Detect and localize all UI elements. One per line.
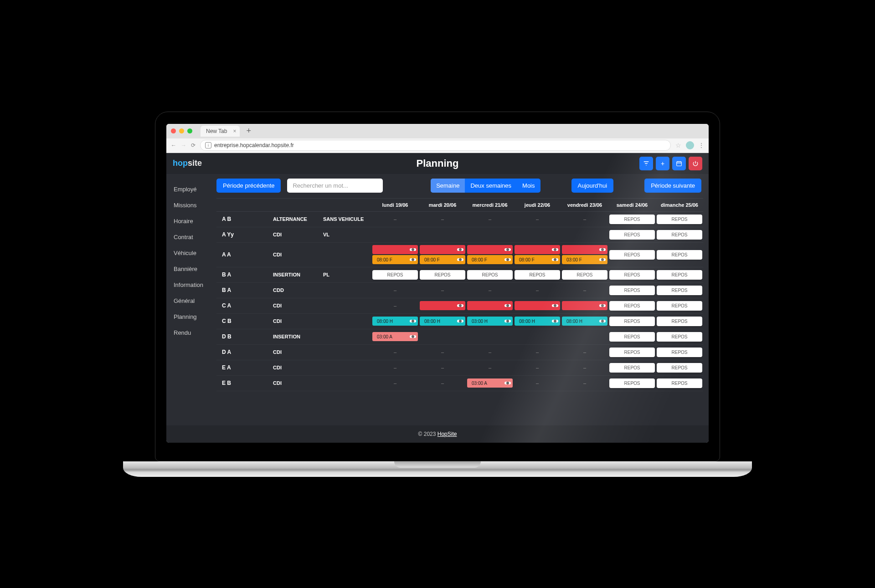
planning-cell[interactable]: REPOS	[656, 375, 703, 391]
planning-cell[interactable]: –	[514, 211, 561, 227]
planning-cell[interactable]	[514, 298, 561, 313]
back-icon[interactable]: ←	[171, 142, 176, 148]
planning-cell[interactable]: –	[419, 344, 466, 360]
planning-cell[interactable]: –	[419, 375, 466, 391]
sidebar-item[interactable]: Planning	[174, 309, 216, 325]
repos-badge[interactable]: REPOS	[657, 301, 702, 311]
planning-cell[interactable]: REPOS	[656, 227, 703, 242]
employee-name[interactable]: C A	[216, 298, 271, 313]
planning-cell[interactable]: –	[371, 282, 419, 298]
planning-cell[interactable]: REPOS	[656, 360, 703, 375]
planning-cell[interactable]: REPOS	[656, 211, 703, 227]
repos-badge[interactable]: REPOS	[657, 363, 702, 373]
planning-cell[interactable]: –	[561, 344, 608, 360]
employee-name[interactable]: B A	[216, 282, 271, 298]
shift-chip[interactable]: 08:00 H	[420, 317, 465, 326]
employee-name[interactable]: D B	[216, 329, 271, 344]
employee-name[interactable]: B A	[216, 267, 271, 282]
repos-badge[interactable]: REPOS	[609, 332, 655, 342]
repos-badge[interactable]: REPOS	[609, 270, 655, 280]
sidebar-item[interactable]: Employé	[174, 181, 216, 197]
shift-chip[interactable]	[420, 245, 465, 254]
planning-cell[interactable]: REPOS	[608, 329, 656, 344]
today-button[interactable]: Aujourd'hui	[571, 179, 614, 193]
planning-cell[interactable]: –	[561, 375, 608, 391]
employee-name[interactable]: A B	[216, 211, 271, 227]
planning-cell[interactable]: REPOS	[466, 267, 514, 282]
employee-name[interactable]: A Yy	[216, 227, 271, 242]
planning-cell[interactable]: 03:00 H	[466, 313, 514, 329]
planning-cell[interactable]: REPOS	[608, 313, 656, 329]
planning-cell[interactable]: REPOS	[656, 344, 703, 360]
planning-cell[interactable]: REPOS	[608, 242, 656, 267]
browser-tab[interactable]: New Tab ×	[201, 126, 240, 137]
planning-cell[interactable]: REPOS	[656, 267, 703, 282]
shift-chip[interactable]	[515, 301, 560, 310]
planning-cell[interactable]: 08:00 H	[561, 313, 608, 329]
profile-avatar[interactable]	[686, 141, 694, 149]
planning-cell[interactable]	[419, 227, 466, 242]
planning-cell[interactable]: –	[419, 282, 466, 298]
shift-chip[interactable]	[420, 301, 465, 310]
repos-badge[interactable]: REPOS	[657, 378, 702, 388]
planning-cell[interactable]: REPOS	[371, 267, 419, 282]
planning-cell[interactable]: REPOS	[419, 267, 466, 282]
sidebar-item[interactable]: Bannière	[174, 261, 216, 277]
sidebar-item[interactable]: Véhicule	[174, 245, 216, 261]
search-input[interactable]	[287, 179, 383, 193]
shift-chip[interactable]	[562, 301, 607, 310]
planning-cell[interactable]: 08:00 F	[514, 242, 561, 267]
planning-cell[interactable]: REPOS	[561, 267, 608, 282]
shift-chip[interactable]: 08:00 F	[420, 255, 465, 264]
planning-cell[interactable]: 08:00 H	[371, 313, 419, 329]
planning-cell[interactable]	[514, 329, 561, 344]
shift-chip[interactable]	[467, 245, 513, 254]
reload-icon[interactable]: ⟳	[191, 142, 196, 148]
repos-badge[interactable]: REPOS	[420, 270, 465, 280]
planning-cell[interactable]: –	[466, 211, 514, 227]
planning-cell[interactable]	[561, 329, 608, 344]
view-segment[interactable]: Deux semaines	[465, 179, 517, 193]
planning-cell[interactable]: REPOS	[608, 282, 656, 298]
next-period-button[interactable]: Période suivante	[644, 179, 701, 193]
repos-badge[interactable]: REPOS	[657, 348, 702, 357]
new-tab-button[interactable]: +	[243, 126, 254, 136]
footer-link[interactable]: HopSite	[438, 431, 457, 437]
planning-cell[interactable]: REPOS	[608, 211, 656, 227]
planning-cell[interactable]: REPOS	[608, 375, 656, 391]
planning-cell[interactable]: –	[371, 360, 419, 375]
repos-badge[interactable]: REPOS	[657, 215, 702, 224]
planning-cell[interactable]: REPOS	[608, 267, 656, 282]
address-bar[interactable]: i entreprise.hopcalendar.hopsite.fr	[200, 140, 671, 151]
sidebar-item[interactable]: Contrat	[174, 229, 216, 245]
planning-cell[interactable]: REPOS	[608, 344, 656, 360]
repos-badge[interactable]: REPOS	[609, 317, 655, 326]
repos-badge[interactable]: REPOS	[467, 270, 513, 280]
shift-chip[interactable]: 08:00 F	[372, 255, 418, 264]
repos-badge[interactable]: REPOS	[657, 286, 702, 295]
planning-cell[interactable]	[419, 329, 466, 344]
planning-cell[interactable]: 08:00 F	[371, 242, 419, 267]
shift-chip[interactable]: 08:00 F	[467, 255, 513, 264]
planning-cell[interactable]: 08:00 H	[419, 313, 466, 329]
planning-cell[interactable]: –	[561, 282, 608, 298]
repos-badge[interactable]: REPOS	[657, 250, 702, 260]
view-segment[interactable]: Semaine	[431, 179, 465, 193]
sidebar-item[interactable]: Information	[174, 277, 216, 293]
repos-badge[interactable]: REPOS	[609, 230, 655, 240]
planning-cell[interactable]: –	[371, 344, 419, 360]
planning-cell[interactable]: 08:00 F	[419, 242, 466, 267]
employee-name[interactable]: D A	[216, 344, 271, 360]
planning-cell[interactable]: 08:00 H	[514, 313, 561, 329]
planning-cell[interactable]: REPOS	[656, 313, 703, 329]
shift-chip[interactable]	[467, 301, 513, 310]
shift-chip[interactable]: 08:00 H	[372, 317, 418, 326]
calendar-button[interactable]	[672, 157, 686, 170]
shift-chip[interactable]: 08:00 H	[562, 317, 607, 326]
sidebar-item[interactable]: Rendu	[174, 325, 216, 341]
shift-chip[interactable]: 03:00 A	[372, 332, 418, 341]
planning-cell[interactable]: REPOS	[656, 329, 703, 344]
planning-cell[interactable]: –	[466, 344, 514, 360]
planning-cell[interactable]: –	[371, 298, 419, 313]
planning-cell[interactable]: –	[466, 282, 514, 298]
